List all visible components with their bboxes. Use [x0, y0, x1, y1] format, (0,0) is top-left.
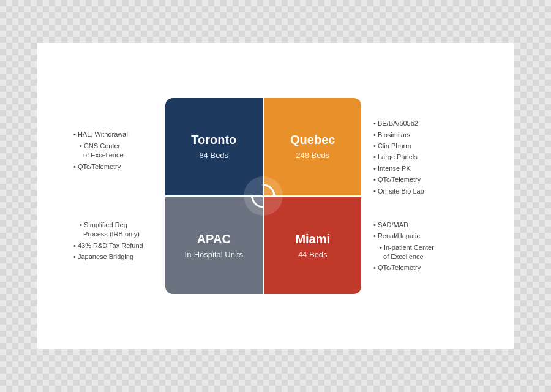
miami-subtitle: 44 Beds [298, 250, 328, 259]
right-label-1: BE/BA/505b2 [373, 119, 465, 128]
svg-marker-1 [250, 195, 255, 200]
right-top-labels: BE/BA/505b2 Biosimilars Clin Pharm Large… [373, 119, 465, 196]
diagram-wrapper: HAL, Withdrawal CNS Center of Excellence… [73, 98, 478, 294]
right-bottom-labels: SAD/MAD Renal/Hepatic In-patient Center … [373, 221, 465, 273]
right-label-6: QTc/Telemetry [373, 175, 465, 184]
svg-marker-0 [272, 192, 277, 197]
left-label-6: Japanese Bridging [73, 252, 153, 262]
left-label-5: 43% R&D Tax Refund [73, 241, 153, 251]
toronto-title: Toronto [191, 133, 236, 147]
left-top-labels: HAL, Withdrawal CNS Center of Excellence… [73, 130, 153, 172]
apac-title: APAC [197, 232, 231, 246]
right-label-5: Intense PK [373, 164, 465, 173]
left-label-1: HAL, Withdrawal [73, 130, 153, 139]
right-label-2: Biosimilars [373, 130, 465, 140]
quebec-subtitle: 248 Beds [296, 151, 329, 160]
left-label-3: QTc/Telemetry [73, 162, 153, 172]
center-arrows-icon [244, 176, 283, 216]
miami-title: Miami [295, 232, 330, 246]
right-label-7: On-site Bio Lab [373, 187, 465, 196]
main-container: HAL, Withdrawal CNS Center of Excellence… [37, 43, 514, 349]
right-label-3: Clin Pharm [373, 141, 465, 151]
right-labels: BE/BA/505b2 Biosimilars Clin Pharm Large… [373, 119, 465, 273]
quebec-title: Quebec [290, 133, 335, 147]
left-label-4: Simplified Reg Process (IRB only) [73, 221, 153, 239]
right-label-8: SAD/MAD [373, 221, 465, 230]
left-labels: HAL, Withdrawal CNS Center of Excellence… [73, 130, 153, 262]
right-label-4: Large Panels [373, 153, 465, 162]
left-bottom-labels: Simplified Reg Process (IRB only) 43% R&… [73, 221, 153, 262]
apac-subtitle: In-Hospital Units [185, 250, 243, 259]
right-label-10: In-patient Center of Excellence [373, 243, 465, 262]
grid-container: Toronto 84 Beds Quebec 248 Beds APAC In-… [165, 98, 361, 294]
toronto-subtitle: 84 Beds [199, 151, 228, 160]
circular-arrows-svg [245, 178, 282, 214]
left-label-2: CNS Center of Excellence [73, 141, 153, 160]
right-label-11: QTc/Telemetry [373, 263, 465, 273]
right-label-9: Renal/Hepatic [373, 232, 465, 241]
